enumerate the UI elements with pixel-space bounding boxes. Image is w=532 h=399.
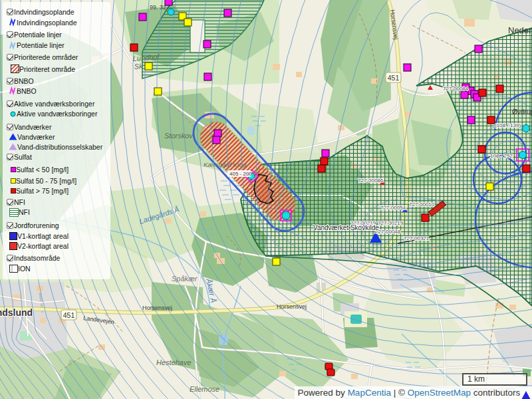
svg-text:Horsensvej: Horsensvej (389, 9, 399, 40)
svg-text:108 - 252: 108 - 252 (490, 153, 513, 159)
svg-text:727-00086: 727-00086 (358, 178, 384, 184)
svg-text:Storskov: Storskov (164, 132, 194, 140)
svg-text:Hestehave: Hestehave (156, 358, 192, 366)
svg-text:Sk: Sk (134, 62, 143, 70)
svg-text:727-00054: 727-00054 (380, 205, 406, 211)
svg-text:Landevejen: Landevejen (83, 315, 114, 325)
svg-text:727-00321: 727-00321 (404, 235, 430, 241)
svg-text:451: 451 (63, 311, 75, 319)
svg-text:727-00048: 727-00048 (375, 229, 401, 235)
svg-text:451: 451 (388, 74, 400, 82)
svg-text:727-00010: 727-00010 (409, 201, 435, 207)
svg-text:Åkær Å: Åkær Å (205, 277, 218, 303)
svg-text:Horsensvej: Horsensvej (142, 305, 172, 311)
svg-text:Kærsgård Krog: Kærsgård Krog (203, 161, 247, 168)
svg-text:405 - 200: 405 - 200 (229, 171, 252, 177)
svg-text:Horsensvej: Horsensvej (277, 303, 307, 310)
svg-text:Øvdrup: Øvdrup (512, 108, 532, 116)
svg-text:Hundslund: Hundslund (0, 307, 33, 318)
svg-text:727-00219: 727-00219 (378, 220, 404, 226)
svg-text:99. 327: 99. 327 (150, 4, 170, 11)
svg-text:Ellemose: Ellemose (190, 385, 219, 393)
svg-text:Spåkær: Spåkær (172, 275, 198, 283)
svg-text:Nedergård: Nedergård (508, 25, 532, 35)
svg-text:727-00084: 727-00084 (443, 86, 469, 92)
svg-text:(108. -139): (108. -139) (495, 122, 521, 128)
svg-text:Vandværket Skovkilde: Vandværket Skovkilde (313, 224, 379, 231)
